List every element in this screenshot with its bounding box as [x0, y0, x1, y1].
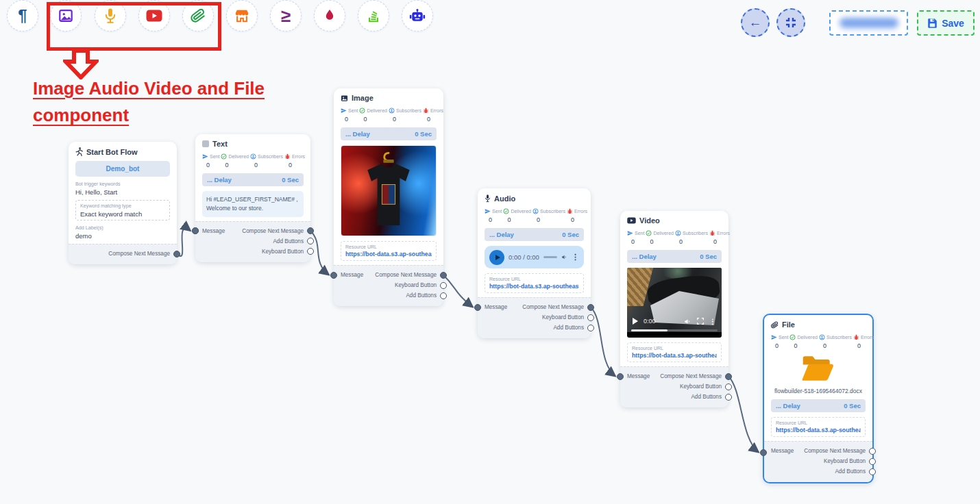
add-buttons-port[interactable] — [440, 292, 447, 299]
keyboard-button-port[interactable] — [587, 314, 594, 321]
file-name: flowbuilder-518-1695464072.docx — [771, 388, 866, 394]
resource-url-box[interactable]: Resource URL https://bot-data.s3.ap-sout… — [485, 273, 584, 293]
folder-open-icon — [800, 353, 836, 383]
port-row: Message Compose Next Message — [771, 446, 866, 456]
message-port[interactable] — [617, 373, 624, 380]
delay-bar[interactable]: ... Delay 0 Sec — [341, 127, 437, 140]
keyboard-button-port[interactable] — [440, 282, 447, 289]
delay-bar[interactable]: ... Delay 0 Sec — [485, 228, 584, 241]
delay-bar[interactable]: ... Delay 0 Sec — [771, 399, 866, 412]
audio-player[interactable]: 0:00 / 0:00 ⋮ — [485, 246, 584, 268]
subscribers-icon — [675, 230, 681, 236]
output-port[interactable] — [440, 272, 447, 279]
message-port[interactable] — [330, 272, 337, 279]
resource-url-link[interactable]: https://bot-data.s3.ap-southeast-1.wasab… — [345, 251, 432, 257]
volume-icon[interactable] — [684, 318, 691, 325]
sent-icon — [202, 153, 208, 160]
node-text[interactable]: Text Sent0 Delivered0 Subscribers0 Error… — [195, 134, 310, 262]
left-arrow-icon: ← — [749, 15, 762, 30]
port-row: Add Buttons — [485, 323, 584, 333]
output-port[interactable] — [587, 304, 594, 311]
delay-value: 0 Sec — [562, 231, 579, 238]
message-text-box[interactable]: Hi #LEAD_USER_FIRST_NAME# , Welcome to o… — [202, 191, 304, 217]
keyboard-button-port[interactable] — [307, 248, 314, 255]
video-player[interactable]: 0:00 ⋮ — [627, 268, 722, 338]
output-port[interactable] — [173, 251, 180, 257]
add-buttons-port[interactable] — [725, 394, 732, 401]
message-port[interactable] — [474, 304, 481, 311]
text-block-icon — [202, 140, 209, 147]
sequence-component-button[interactable] — [358, 0, 389, 32]
condition-component-button[interactable]: ≥ — [270, 0, 302, 32]
redacted-action-button[interactable] — [829, 10, 908, 36]
delivered-icon — [221, 153, 227, 160]
delay-bar[interactable]: ... Delay 0 Sec — [627, 250, 722, 263]
node-start-bot-flow[interactable]: Start Bot Flow Demo_bot Bot trigger keyw… — [69, 142, 177, 264]
fullscreen-icon[interactable] — [697, 318, 704, 325]
port-row: Keyboard Button — [771, 456, 866, 466]
port-row: Message Compose Next Message — [485, 302, 584, 312]
output-port[interactable] — [869, 448, 876, 455]
resource-url-label: Resource URL — [632, 346, 717, 351]
message-port[interactable] — [192, 227, 199, 234]
errors-icon — [853, 334, 859, 340]
play-icon[interactable] — [633, 318, 638, 325]
video-progress[interactable] — [631, 329, 718, 332]
add-buttons-port[interactable] — [587, 325, 594, 331]
port-row: Keyboard Button — [341, 280, 437, 290]
node-file[interactable]: File Sent0 Delivered0 Subscribers0 Error… — [763, 314, 874, 483]
keyboard-button-label: Keyboard Button — [395, 282, 437, 288]
annotation-text: Image Audio Video and File component — [33, 75, 295, 129]
delay-bar[interactable]: ... Delay 0 Sec — [202, 173, 304, 186]
file-preview[interactable]: flowbuilder-518-1695464072.docx — [771, 353, 866, 394]
delay-label: ... Delay — [207, 176, 232, 184]
resource-url-box[interactable]: Resource URL https://bot-data.s3.ap-sout… — [341, 241, 437, 261]
drip-component-button[interactable] — [314, 0, 345, 32]
compose-next-message-label: Compose Next Message — [375, 272, 437, 278]
image-preview[interactable] — [341, 145, 437, 236]
node-video[interactable]: Video Sent0 Delivered0 Subscribers0 Erro… — [620, 211, 728, 407]
keyboard-button-label: Keyboard Button — [262, 249, 304, 255]
audio-time: 0:00 / 0:00 — [509, 253, 539, 261]
add-buttons-port[interactable] — [869, 468, 876, 475]
text-component-button[interactable]: ¶ — [7, 0, 38, 32]
stats-row: Sent0 Delivered0 Subscribers0 Errors0 — [627, 230, 722, 245]
audio-menu-icon[interactable]: ⋮ — [572, 253, 579, 262]
audio-progress[interactable] — [543, 256, 557, 258]
stats-row: Sent0 Delivered0 Subscribers0 Errors0 — [202, 153, 304, 168]
fit-view-button[interactable] — [776, 8, 805, 37]
bot-component-button[interactable] — [402, 0, 433, 32]
add-buttons-port[interactable] — [307, 238, 314, 244]
output-port[interactable] — [307, 227, 314, 234]
video-controls[interactable]: 0:00 ⋮ — [627, 316, 722, 327]
save-button[interactable]: Save — [917, 10, 975, 36]
keyboard-button-port[interactable] — [725, 383, 732, 390]
trigger-keywords-value[interactable]: Hi, Hello, Start — [75, 188, 170, 196]
stats-row: Sent0 Delivered0 Subscribers0 Errors0 — [485, 208, 584, 223]
node-image[interactable]: Image Sent0 Delivered0 Subscribers0 Erro… — [334, 88, 443, 306]
port-row: Keyboard Button — [627, 381, 722, 392]
port-row: Keyboard Button — [485, 312, 584, 323]
compose-next-message-label: Compose Next Message — [804, 448, 866, 454]
resource-url-link[interactable]: https://bot-data.s3.ap-southeast-1.wasab… — [489, 283, 579, 290]
bot-name-field[interactable]: Demo_bot — [75, 161, 170, 177]
delay-value: 0 Sec — [844, 402, 861, 410]
resource-url-link[interactable]: https://bot-data.s3.ap-southeast-1.wasab… — [632, 352, 717, 359]
add-buttons-label: Add Buttons — [553, 325, 584, 331]
video-menu-icon[interactable]: ⋮ — [709, 318, 716, 325]
resource-url-link[interactable]: https://bot-data.s3.ap-southeast-1.wasab… — [776, 427, 861, 433]
ecommerce-component-button[interactable] — [226, 0, 258, 32]
resource-url-box[interactable]: Resource URL https://bot-data.s3.ap-sout… — [627, 342, 722, 362]
play-button[interactable] — [489, 250, 504, 265]
resource-url-box[interactable]: Resource URL https://bot-data.s3.ap-sout… — [771, 417, 866, 437]
output-port[interactable] — [725, 373, 732, 380]
port-row: Message Compose Next Message — [202, 226, 304, 236]
add-labels-value[interactable]: demo — [75, 232, 170, 240]
node-audio[interactable]: Audio Sent0 Delivered0 Subscribers0 Erro… — [478, 188, 591, 338]
keyboard-button-port[interactable] — [869, 458, 876, 465]
keyword-matching-box[interactable]: Keyword matching type Exact keyword matc… — [75, 200, 170, 220]
volume-icon[interactable] — [561, 253, 567, 261]
robot-icon — [409, 8, 426, 23]
message-port[interactable] — [760, 449, 767, 456]
back-button[interactable]: ← — [741, 8, 770, 37]
